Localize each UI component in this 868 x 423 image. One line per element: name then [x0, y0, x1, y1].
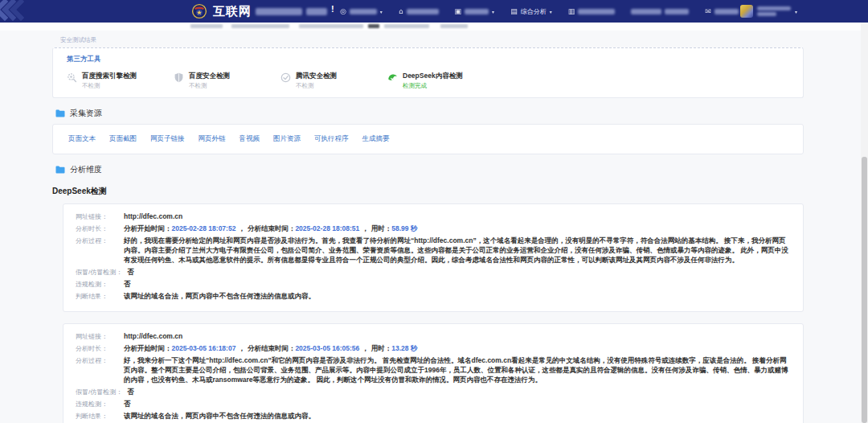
nav-item-records[interactable]: ▣ ▾ [455, 8, 495, 15]
resource-link-external-links[interactable]: 网页外链 [199, 134, 226, 144]
violation-label: 违规检测： [76, 279, 124, 289]
deepseek-subheading: DeepSeek检测 [52, 186, 804, 197]
process-text: 好的，我现在需要分析给定的网址和网页内容是否涉及非法行为。首先，我查看了待分析的… [124, 236, 791, 265]
user-name-blurred [757, 6, 791, 16]
fake-detect-row: 假冒/仿冒检测： 否 [76, 267, 791, 277]
resource-link-summary[interactable]: 生成摘要 [362, 134, 390, 144]
violation-value: 否 [124, 399, 791, 409]
separator: ， [359, 224, 371, 232]
fake-detect-value: 否 [127, 387, 791, 396]
violation-value: 否 [124, 279, 791, 289]
blurred-fragment [231, 24, 289, 28]
user-blurred-line [757, 12, 776, 16]
process-row: 分析过程： 好的，我现在需要分析给定的网址和网页内容是否涉及非法行为。首先，我查… [76, 236, 791, 265]
home-icon: ⌂ [399, 8, 403, 15]
circle-check-icon [280, 72, 291, 83]
duration-label: 分析时长： [76, 343, 124, 353]
duration-value: 分析开始时间：2025-02-28 18:07:52，分析结束时间：2025-0… [124, 224, 791, 233]
nav-item-tasks[interactable]: ▥ [568, 8, 616, 15]
url-label: 网址链接： [76, 212, 124, 221]
resource-link-sub-links[interactable]: 网页子链接 [150, 134, 185, 144]
url-value: http://dfec.com.cn [124, 212, 791, 221]
nav-item-clues[interactable]: ◎ ▾ [340, 8, 383, 15]
nav-item-blurred-label [465, 9, 489, 14]
folder-icon [55, 166, 65, 174]
blurred-fragment [299, 24, 363, 28]
conclusion-value: 该网址的域名合法，网页内容中不包含任何违法的信息或内容。 [124, 411, 791, 421]
conclusion-row: 判断结果： 该网址的域名合法，网页内容中不包含任何违法的信息或内容。 [76, 411, 791, 421]
start-time-label: 分析开始时间： [124, 224, 172, 232]
deepseek-result-card-2: 网址链接： http://dfec.com.cn 分析时长： 分析开始时间：20… [63, 323, 804, 423]
deepseek-result-card-1: 网址链接： http://dfec.com.cn 分析时长： 分析开始时间：20… [63, 203, 804, 312]
fake-detect-label: 假冒/仿冒检测： [76, 387, 127, 396]
vertical-scrollbar [861, 23, 868, 423]
start-time-label: 分析开始时间： [124, 344, 172, 352]
document-icon: ▤ [510, 8, 518, 15]
elapsed-value: 58.99 秒 [391, 224, 417, 232]
elapsed-label: 用时： [371, 344, 392, 352]
end-time: 2025-03-05 16:05:56 [295, 344, 359, 352]
conclusion-label: 判断结果： [76, 411, 124, 421]
resource-link-page-screenshot[interactable]: 页面截图 [109, 134, 137, 144]
chevron-down-icon: ▾ [795, 9, 797, 14]
nav-item-blurred-label [578, 9, 615, 14]
scrollbar-thumb[interactable] [862, 157, 867, 423]
tool-baidu-security[interactable]: 百度安全检测 不检测 [174, 72, 280, 90]
nav-item-blurred-label [631, 9, 661, 14]
resource-link-audio-video[interactable]: 音视频 [240, 134, 260, 144]
resource-link-images[interactable]: 图片资源 [273, 134, 301, 144]
resource-link-executables[interactable]: 可执行程序 [314, 134, 349, 144]
third-party-tools-card: 第三方工具 百度搜索引擎检测 不检测 百度安全检 [52, 47, 804, 98]
nav-item-messages[interactable]: ✉ [705, 8, 739, 15]
duration-label: 分析时长： [76, 224, 124, 233]
blurred-fragment [190, 24, 223, 28]
nav-item-blurred-label [350, 9, 377, 14]
elapsed-label: 用时： [371, 224, 392, 232]
tool-name: 百度搜索引擎检测 [82, 72, 137, 80]
violation-row: 违规检测： 否 [76, 399, 791, 409]
violation-row: 违规检测： 否 [76, 279, 791, 289]
resources-card: 页面文本 页面截图 网页子链接 网页外链 音视频 图片资源 可执行程序 生成摘要 [52, 124, 804, 154]
duration-row: 分析时长： 分析开始时间：2025-03-05 16:18:07，分析结束时间：… [76, 343, 791, 353]
end-time-label: 分析结束时间： [248, 224, 296, 232]
tools-heading: 第三方工具 [67, 55, 789, 64]
violation-label: 违规检测： [76, 399, 124, 409]
nav-menu: ◎ ▾ ⌂ ▣ ▾ ▤ 综合分析 ▾ ▥ ✉ [340, 0, 739, 23]
url-row: 网址链接： http://dfec.com.cn [76, 331, 791, 341]
brand-text: 互联网 [213, 4, 252, 19]
avatar [740, 5, 753, 18]
process-text: 好，我来分析一下这个网址“http://dfec.com.cn”和它的网页内容是… [124, 355, 791, 384]
nav-item-home[interactable]: ⌂ [399, 8, 439, 15]
main-content: 安全测试结果 第三方工具 百度搜索引擎检测 不检测 [0, 31, 804, 423]
end-time-label: 分析结束时间： [248, 344, 296, 352]
url-value: http://dfec.com.cn [124, 331, 791, 341]
resource-link-page-text[interactable]: 页面文本 [68, 134, 96, 144]
brand-blurred-text [256, 8, 302, 15]
tool-status: 检测完成 [403, 82, 463, 90]
fake-detect-row: 假冒/仿冒检测： 否 [76, 387, 791, 396]
tool-texts: 百度搜索引擎检测 不检测 [82, 72, 137, 90]
end-time: 2025-02-28 18:08:51 [295, 224, 359, 232]
tool-texts: DeepSeek内容检测 检测完成 [403, 72, 463, 90]
folder-icon [55, 109, 65, 117]
nav-item-blurred-label [407, 9, 439, 14]
process-row: 分析过程： 好，我来分析一下这个网址“http://dfec.com.cn”和它… [76, 355, 791, 384]
brand-suffix: ! [331, 4, 335, 14]
tool-deepseek-content[interactable]: DeepSeek内容检测 检测完成 [387, 72, 494, 90]
deepseek-whale-icon [387, 72, 398, 83]
nav-item-reports[interactable] [631, 9, 689, 14]
url-row: 网址链接： http://dfec.com.cn [76, 212, 791, 221]
brand-title: 互联网 ! [213, 4, 335, 19]
nav-item-label: 综合分析 [521, 7, 547, 16]
nav-item-comprehensive-analysis[interactable]: ▤ 综合分析 ▾ [510, 7, 552, 16]
user-menu[interactable]: ▾ [740, 0, 797, 23]
start-time: 2025-02-28 18:07:52 [172, 224, 236, 232]
analysis-heading: 分析维度 [70, 164, 102, 175]
shield-icon [174, 72, 184, 83]
separator: ， [235, 224, 248, 232]
tool-tencent-security[interactable]: 腾讯安全检测 不检测 [280, 72, 387, 90]
tool-baidu-search-engine[interactable]: 百度搜索引擎检测 不检测 [67, 72, 174, 90]
tool-name: DeepSeek内容检测 [403, 72, 463, 80]
police-badge-logo-icon [191, 3, 207, 19]
blurred-fragment [384, 24, 429, 28]
